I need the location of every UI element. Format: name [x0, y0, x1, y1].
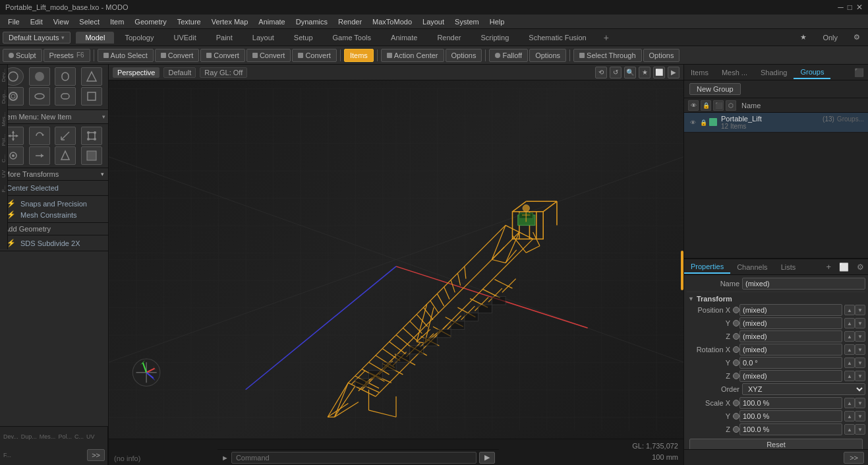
tab-schematic[interactable]: Schematic Fusion — [519, 32, 595, 44]
prop-pos-z-down[interactable]: ▼ — [855, 331, 865, 342]
maximize-btn[interactable]: □ — [848, 3, 852, 12]
prop-scale-z-input[interactable] — [739, 423, 842, 435]
tool-transform[interactable] — [81, 127, 102, 145]
convert4-btn[interactable]: Convert — [292, 49, 337, 62]
tool-box[interactable] — [81, 87, 102, 106]
prop-pos-y-up[interactable]: ▲ — [844, 318, 855, 328]
vp-undo-icon[interactable]: ↺ — [610, 67, 622, 78]
gr-lock-icon[interactable]: 🔒 — [699, 118, 708, 127]
tab-layout[interactable]: Layout — [243, 32, 283, 44]
prop-scale-y-up[interactable]: ▲ — [844, 411, 855, 421]
more-transforms-toggle[interactable]: More Transforms ▾ — [4, 170, 104, 178]
side-tab-c[interactable]: C... — [74, 428, 84, 445]
vtab-f[interactable]: F... — [0, 181, 7, 197]
props-add-tab[interactable]: + — [822, 260, 835, 274]
menu-select[interactable]: Select — [74, 16, 105, 27]
tab-items[interactable]: Items — [684, 67, 715, 78]
viewport-canvas[interactable] — [109, 80, 683, 439]
prop-rot-y-down[interactable]: ▼ — [855, 357, 865, 368]
convert3-btn[interactable]: Convert — [246, 49, 291, 62]
select-through-btn[interactable]: Select Through — [573, 49, 641, 62]
menu-system[interactable]: System — [449, 16, 484, 27]
add-geometry-toggle[interactable]: Add Geometry — [4, 225, 104, 233]
vp-frame-icon[interactable]: ⬜ — [653, 67, 665, 78]
layouts-dropdown[interactable]: Default Layouts ▾ — [3, 32, 71, 44]
vtab-uv[interactable]: UV — [0, 166, 7, 181]
prop-pos-x-up[interactable]: ▲ — [844, 305, 855, 315]
tab-scripting[interactable]: Scripting — [472, 32, 519, 44]
side-tab-dup[interactable]: Dup... — [20, 428, 38, 445]
gh-eye-icon[interactable]: 👁 — [688, 100, 699, 111]
vtab-c[interactable]: C... — [0, 150, 7, 166]
prop-rot-x-down[interactable]: ▼ — [855, 344, 865, 355]
reset-btn[interactable]: Reset — [689, 439, 863, 449]
items-btn[interactable]: Items — [344, 49, 374, 62]
prop-rot-z-up[interactable]: ▲ — [844, 371, 855, 381]
side-tab-uv[interactable]: UV — [86, 428, 96, 445]
prop-rot-y-input[interactable] — [739, 357, 842, 369]
tool-edge-slide[interactable] — [29, 146, 50, 165]
side-tab-f[interactable]: F... — [3, 447, 12, 464]
tab-paint[interactable]: Paint — [207, 32, 242, 44]
gr-box-icon[interactable] — [709, 118, 717, 126]
tab-model[interactable]: Model — [76, 32, 114, 44]
right-forward-btn[interactable]: >> — [844, 452, 864, 464]
close-btn[interactable]: ✕ — [856, 3, 863, 12]
presets-btn[interactable]: Presets F6 — [43, 49, 90, 62]
menu-animate[interactable]: Animate — [253, 16, 290, 27]
tab-topology[interactable]: Topology — [115, 32, 163, 44]
item-menu-label[interactable]: Item Menu: New Item ▾ — [3, 113, 105, 121]
prop-scale-y-input[interactable] — [739, 410, 842, 422]
menu-file[interactable]: File — [3, 16, 25, 27]
gh-hex-icon[interactable]: ⬡ — [726, 100, 736, 111]
tool-element-move[interactable] — [55, 146, 76, 165]
tab-render[interactable]: Render — [428, 32, 470, 44]
tool-tube[interactable] — [55, 87, 76, 106]
tool-scale[interactable] — [55, 127, 76, 145]
vtab-mes[interactable]: Mes... — [0, 108, 7, 131]
props-tab-properties[interactable]: Properties — [684, 261, 730, 274]
action-center-btn[interactable]: Action Center — [381, 49, 444, 62]
transform-arrow[interactable]: ▼ — [688, 295, 694, 302]
viewport[interactable]: Perspective Default Ray GL: Off ⟲ ↺ 🔍 ★ … — [109, 65, 683, 465]
tool-cone[interactable] — [81, 67, 102, 86]
vp-star-icon[interactable]: ★ — [639, 67, 651, 78]
vtab-dup[interactable]: Dup... — [0, 86, 7, 108]
convert2-btn[interactable]: Convert — [200, 49, 245, 62]
tab-setup[interactable]: Setup — [285, 32, 322, 44]
mesh-constraints-btn[interactable]: ⚡ Mesh Constraints — [4, 209, 104, 220]
options3-btn[interactable]: Options — [643, 49, 680, 62]
prop-rot-x-up[interactable]: ▲ — [844, 344, 855, 355]
prop-scale-z-down[interactable]: ▼ — [855, 424, 865, 435]
sculpt-btn[interactable]: Sculpt — [3, 49, 42, 62]
prop-pos-z-up[interactable]: ▲ — [844, 331, 855, 342]
gh-lock-icon[interactable]: 🔒 — [701, 100, 711, 111]
menu-layout[interactable]: Layout — [417, 16, 449, 27]
auto-select-btn[interactable]: Auto Select — [98, 49, 154, 62]
tab-shading[interactable]: Shading — [754, 67, 794, 78]
prop-rot-x-input[interactable] — [739, 344, 842, 356]
more-side-btn[interactable]: >> — [87, 449, 105, 461]
vtab-pol[interactable]: Pol... — [0, 130, 7, 150]
props-tab-channels[interactable]: Channels — [730, 261, 774, 273]
vp-orbit-icon[interactable]: ⟲ — [595, 67, 607, 78]
prop-rot-y-up[interactable]: ▲ — [844, 357, 855, 368]
gr-eye-icon[interactable]: 👁 — [688, 118, 697, 127]
prop-scale-y-down[interactable]: ▼ — [855, 411, 865, 421]
convert1-btn[interactable]: Convert — [155, 49, 200, 62]
prop-pos-z-input[interactable] — [739, 330, 842, 342]
side-tab-pol[interactable]: Pol... — [57, 428, 72, 445]
add-tab-btn[interactable]: + — [600, 31, 613, 44]
props-expand[interactable]: ⬜ — [835, 261, 853, 274]
tab-groups[interactable]: Groups — [794, 66, 830, 79]
side-tab-mes[interactable]: Mes... — [39, 428, 57, 445]
falloff-btn[interactable]: Falloff — [489, 49, 528, 62]
sds-btn[interactable]: ⚡ SDS Subdivide 2X — [4, 237, 104, 249]
menu-texture[interactable]: Texture — [172, 16, 206, 27]
prop-name-input[interactable] — [742, 278, 865, 290]
options1-btn[interactable]: Options — [446, 49, 482, 62]
ray-gl-btn[interactable]: Ray GL: Off — [200, 67, 247, 78]
prop-rot-z-down[interactable]: ▼ — [855, 371, 865, 381]
tool-falloff[interactable] — [81, 146, 102, 165]
prop-scale-z-up[interactable]: ▲ — [844, 424, 855, 435]
